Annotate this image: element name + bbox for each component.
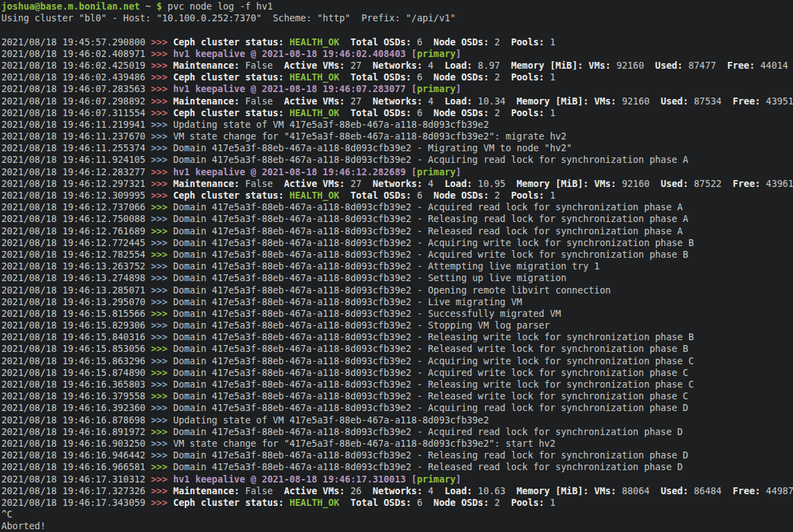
log-line-domain: 2021/08/18 19:46:12.761689 >>> Domain 41… bbox=[1, 225, 793, 237]
log-line-domain: 2021/08/18 19:46:11.924105 >>> Domain 41… bbox=[1, 154, 793, 166]
log-line-domain: 2021/08/18 19:46:12.772445 >>> Domain 41… bbox=[1, 237, 793, 249]
log-line-ceph-status: 2021/08/18 19:45:57.290800 >>> Ceph clus… bbox=[1, 36, 793, 48]
log-line-domain: 2021/08/18 19:46:16.966581 >>> Domain 41… bbox=[1, 461, 793, 473]
log-line-domain: 2021/08/18 19:46:16.365803 >>> Domain 41… bbox=[1, 379, 793, 390]
log-line-domain: 2021/08/18 19:46:16.891972 >>> Domain 41… bbox=[1, 426, 793, 438]
log-line-ceph-status: 2021/08/18 19:46:12.309995 >>> Ceph clus… bbox=[1, 190, 793, 201]
cluster-banner-line: Using cluster "bl0" - Host: "10.100.0.25… bbox=[1, 12, 793, 24]
aborted-line: Aborted! bbox=[1, 520, 793, 532]
log-line-keepalive: 2021/08/18 19:46:12.283277 >>> hv1 keepa… bbox=[1, 166, 793, 178]
log-line-domain: 2021/08/18 19:46:16.379558 >>> Domain 41… bbox=[1, 390, 793, 402]
log-line-vm-state-change: 2021/08/18 19:46:11.237670 >>> VM state … bbox=[1, 131, 793, 142]
log-line-domain: 2021/08/18 19:46:13.295070 >>> Domain 41… bbox=[1, 296, 793, 308]
log-line-domain: 2021/08/18 19:46:15.874890 >>> Domain 41… bbox=[1, 367, 793, 379]
log-line-domain: 2021/08/18 19:46:15.829306 >>> Domain 41… bbox=[1, 320, 793, 331]
terminal-screen[interactable]: joshua@base.m.bonilan.net ~ $ pvc node l… bbox=[0, 0, 793, 532]
log-line-domain: 2021/08/18 19:46:13.274898 >>> Domain 41… bbox=[1, 272, 793, 284]
log-line-node-status: 2021/08/18 19:46:07.298892 >>> Maintenan… bbox=[1, 96, 793, 107]
prompt-line: joshua@base.m.bonilan.net ~ $ pvc node l… bbox=[1, 1, 793, 12]
log-line-keepalive: 2021/08/18 19:46:17.310312 >>> hv1 keepa… bbox=[1, 474, 793, 485]
log-line-vm-state-change: 2021/08/18 19:46:16.903250 >>> VM state … bbox=[1, 438, 793, 450]
log-line-node-status: 2021/08/18 19:46:17.327326 >>> Maintenan… bbox=[1, 485, 793, 497]
log-line-vm-update: 2021/08/18 19:46:16.878698 >>> Updating … bbox=[1, 414, 793, 426]
log-line-domain: 2021/08/18 19:46:15.815566 >>> Domain 41… bbox=[1, 308, 793, 320]
log-line-domain: 2021/08/18 19:46:15.853056 >>> Domain 41… bbox=[1, 343, 793, 355]
log-line-ceph-status: 2021/08/18 19:46:17.343059 >>> Ceph clus… bbox=[1, 497, 793, 509]
log-line-domain: 2021/08/18 19:46:15.863296 >>> Domain 41… bbox=[1, 355, 793, 367]
log-line-domain: 2021/08/18 19:46:12.750088 >>> Domain 41… bbox=[1, 213, 793, 225]
interrupt-line: ^C bbox=[1, 509, 793, 520]
log-line-keepalive: 2021/08/18 19:46:02.408971 >>> hv1 keepa… bbox=[1, 48, 793, 60]
log-line-keepalive: 2021/08/18 19:46:07.283563 >>> hv1 keepa… bbox=[1, 83, 793, 95]
log-line-domain: 2021/08/18 19:46:12.737066 >>> Domain 41… bbox=[1, 201, 793, 213]
log-line-node-status: 2021/08/18 19:46:02.425019 >>> Maintenan… bbox=[1, 60, 793, 71]
log-line-domain: 2021/08/18 19:46:12.782554 >>> Domain 41… bbox=[1, 249, 793, 261]
log-line-domain: 2021/08/18 19:46:13.285071 >>> Domain 41… bbox=[1, 285, 793, 296]
log-line-domain: 2021/08/18 19:46:11.255374 >>> Domain 41… bbox=[1, 142, 793, 154]
log-line-vm-update: 2021/08/18 19:46:11.219941 >>> Updating … bbox=[1, 119, 793, 131]
blank-line bbox=[1, 24, 793, 36]
log-line-domain: 2021/08/18 19:46:13.263752 >>> Domain 41… bbox=[1, 261, 793, 272]
log-line-domain: 2021/08/18 19:46:15.840316 >>> Domain 41… bbox=[1, 331, 793, 343]
log-line-ceph-status: 2021/08/18 19:46:02.439486 >>> Ceph clus… bbox=[1, 71, 793, 83]
log-line-domain: 2021/08/18 19:46:16.392360 >>> Domain 41… bbox=[1, 402, 793, 414]
log-line-ceph-status: 2021/08/18 19:46:07.311554 >>> Ceph clus… bbox=[1, 107, 793, 119]
log-line-node-status: 2021/08/18 19:46:12.297321 >>> Maintenan… bbox=[1, 178, 793, 190]
log-line-domain: 2021/08/18 19:46:16.946442 >>> Domain 41… bbox=[1, 450, 793, 461]
